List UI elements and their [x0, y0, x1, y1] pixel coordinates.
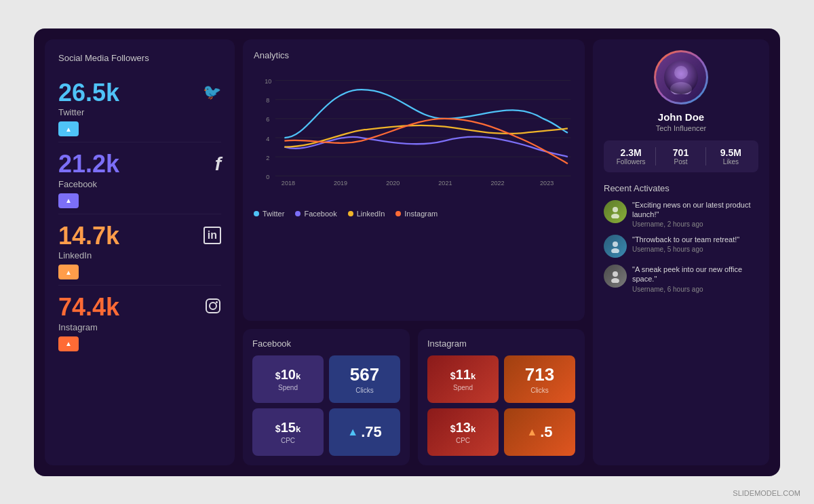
- analytics-card: Analytics 10 8 6 4 2 0: [243, 39, 585, 321]
- user-name: John Doe: [658, 111, 704, 123]
- instagram-clicks-value: 713: [525, 364, 554, 385]
- activity-item-1: "Exciting news on our latest product lau…: [604, 200, 758, 229]
- svg-point-2: [216, 301, 218, 303]
- facebook-spend-sub: k: [296, 371, 301, 381]
- svg-text:2023: 2023: [540, 179, 554, 186]
- legend-dot-twitter: [254, 211, 259, 216]
- instagram-label: Instagram: [58, 322, 221, 332]
- legend-dot-instagram: [395, 211, 401, 216]
- watermark: SLIDEMODEL.COM: [733, 489, 800, 497]
- twitter-label: Twitter: [58, 107, 221, 117]
- twitter-icon: 🐦: [203, 83, 221, 101]
- legend-facebook: Facebook: [295, 210, 336, 218]
- instagram-item: 74.4k Instagram: [58, 288, 221, 357]
- instagram-cpcrate-row: ▲ .5: [526, 423, 552, 441]
- legend-twitter: Twitter: [254, 210, 284, 218]
- activity-meta-2: Username, 5 hours ago: [632, 246, 758, 253]
- left-panel: Social Media Followers 26.5k 🐦 Twitter 2…: [45, 39, 235, 465]
- activity-quote-3: "A sneak peek into our new office space.…: [632, 265, 758, 284]
- instagram-spend-dollar: $: [450, 370, 456, 381]
- recent-activates-title: Recent Activates: [604, 183, 670, 193]
- svg-text:2020: 2020: [386, 179, 400, 186]
- instagram-cpcrate-value: .5: [540, 423, 552, 441]
- svg-text:8: 8: [266, 97, 269, 104]
- instagram-cpc-box: $13k CPC: [427, 408, 499, 456]
- svg-point-26: [613, 241, 618, 247]
- activity-avatar-3: [604, 265, 627, 288]
- activity-quote-2: "Throwback to our team retreat!": [632, 235, 758, 244]
- instagram-spend-num: 11: [456, 367, 471, 382]
- facebook-spend-num: 10: [281, 367, 296, 382]
- facebook-card: Facebook $10k Spend 567 Clicks: [243, 329, 410, 465]
- facebook-spend-dollar: $: [275, 370, 281, 381]
- svg-rect-23: [664, 60, 698, 94]
- bottom-cards: Facebook $10k Spend 567 Clicks: [243, 329, 585, 465]
- svg-point-24: [613, 207, 618, 212]
- followers-stat: 2.3M Followers: [606, 147, 656, 166]
- legend-label-instagram: Instagram: [404, 210, 438, 218]
- legend-label-twitter: Twitter: [263, 210, 284, 218]
- chart-legend: Twitter Facebook LinkedIn Instagram: [254, 210, 574, 218]
- svg-point-25: [611, 214, 619, 218]
- twitter-trend-button[interactable]: [58, 121, 79, 136]
- facebook-cpcrate-arrow: ▲: [347, 426, 358, 438]
- post-stat: 701 Post: [656, 147, 705, 166]
- linkedin-trend-button[interactable]: [58, 265, 79, 279]
- instagram-clicks-label: Clicks: [530, 387, 549, 394]
- instagram-card-title: Instagram: [427, 338, 575, 349]
- svg-text:2: 2: [266, 154, 269, 161]
- chart-container: 10 8 6 4 2 0 2018: [254, 69, 574, 204]
- activity-meta-1: Username, 2 hours ago: [632, 220, 758, 228]
- instagram-trend-button[interactable]: [58, 336, 79, 351]
- likes-label: Likes: [706, 158, 756, 166]
- svg-text:4: 4: [266, 135, 269, 142]
- facebook-clicks-label: Clicks: [355, 387, 374, 394]
- svg-point-27: [611, 248, 619, 253]
- post-label: Post: [656, 158, 705, 166]
- facebook-cpc-box: $15k CPC: [252, 408, 324, 456]
- activity-text-2: "Throwback to our team retreat!" Usernam…: [632, 235, 758, 253]
- instagram-count: 74.4k: [58, 294, 119, 321]
- facebook-trend-button[interactable]: [58, 193, 79, 208]
- activity-item-3: "A sneak peek into our new office space.…: [604, 265, 758, 293]
- activity-text-3: "A sneak peek into our new office space.…: [632, 265, 758, 293]
- legend-dot-linkedin: [348, 211, 353, 216]
- facebook-cpcrate-value: .75: [361, 423, 382, 441]
- svg-text:2022: 2022: [490, 179, 504, 186]
- instagram-cpc-label: CPC: [456, 437, 470, 444]
- facebook-cpcrate-box: ▲ .75: [329, 408, 400, 456]
- svg-point-29: [611, 278, 619, 283]
- legend-linkedin: LinkedIn: [348, 210, 385, 218]
- activity-avatar-1: [604, 200, 627, 223]
- svg-text:2018: 2018: [282, 179, 295, 186]
- facebook-metric-grid: $10k Spend 567 Clicks $15k: [252, 355, 400, 456]
- facebook-cpcrate-row: ▲ .75: [347, 423, 381, 441]
- facebook-icon: f: [215, 153, 221, 175]
- linkedin-icon: in: [204, 227, 221, 244]
- twitter-item: 26.5k 🐦 Twitter: [58, 74, 221, 143]
- avatar-container: [654, 50, 708, 104]
- activity-list: "Exciting news on our latest product lau…: [604, 200, 758, 293]
- activity-meta-3: Username, 6 hours ago: [632, 286, 758, 293]
- instagram-clicks-box: 713 Clicks: [504, 355, 575, 403]
- twitter-count: 26.5k: [58, 79, 119, 106]
- facebook-item: 21.2k f Facebook: [58, 145, 221, 214]
- svg-text:10: 10: [265, 78, 271, 85]
- activity-avatar-2: [604, 235, 627, 258]
- user-title: Tech Influencer: [656, 124, 707, 132]
- activity-quote-1: "Exciting news on our latest product lau…: [632, 200, 758, 220]
- facebook-clicks-value: 567: [350, 364, 379, 385]
- svg-point-1: [210, 303, 216, 309]
- instagram-metric-grid: $11k Spend 713 Clicks $13k: [427, 355, 575, 456]
- activity-item-2: "Throwback to our team retreat!" Usernam…: [604, 235, 758, 258]
- instagram-cpc-value: $13k: [450, 420, 476, 435]
- svg-rect-0: [206, 299, 220, 313]
- left-panel-title: Social Media Followers: [58, 53, 221, 63]
- legend-label-linkedin: LinkedIn: [357, 210, 385, 218]
- analytics-title: Analytics: [254, 50, 574, 60]
- instagram-cpcrate-box: ▲ .5: [504, 408, 575, 456]
- facebook-cpc-value: $15k: [275, 420, 301, 435]
- facebook-label: Facebook: [58, 179, 221, 189]
- instagram-spend-box: $11k Spend: [427, 355, 499, 403]
- facebook-spend-value: $10k: [275, 367, 301, 383]
